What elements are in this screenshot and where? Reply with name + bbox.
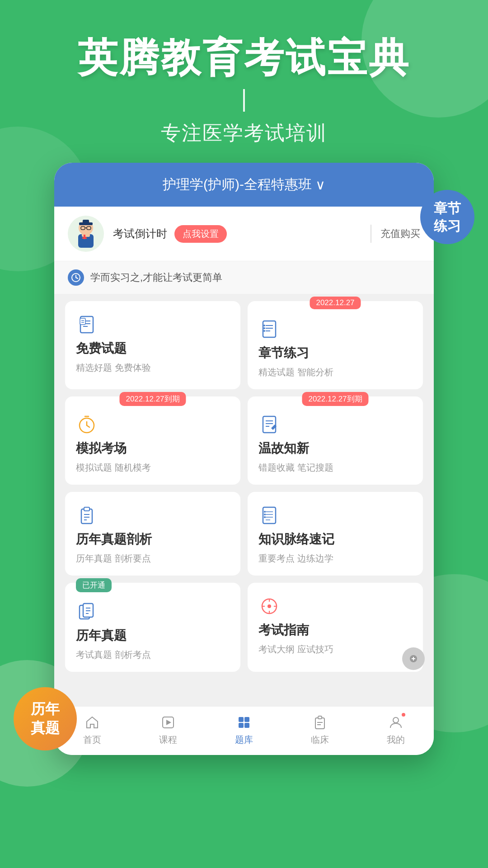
play-icon	[160, 714, 177, 731]
svg-rect-40	[263, 507, 276, 524]
feature-desc-review: 错题收藏 笔记搜题	[258, 462, 412, 474]
recharge-button[interactable]: 充值购买	[380, 227, 420, 241]
svg-rect-20	[263, 321, 276, 337]
countdown-section: 考试倒计时 点我设置	[113, 225, 361, 243]
feature-name-guide: 考试指南	[258, 622, 412, 639]
nav-label-questions: 题库	[235, 734, 253, 746]
nav-item-clinic[interactable]: 临床	[311, 714, 329, 746]
feature-card-true-questions[interactable]: 已开通 历年真题 考试真题 剖析考点	[65, 583, 240, 672]
hero-title: 英腾教育考试宝典	[0, 36, 488, 80]
review-badge: 2022.12.27到期	[302, 392, 368, 406]
svg-point-46	[264, 514, 266, 515]
feature-grid: 免费试题 精选好题 免费体验 2022.12.27	[54, 294, 434, 679]
feature-name-chapter: 章节练习	[258, 344, 412, 362]
avatar-image	[68, 216, 104, 252]
home-icon	[84, 714, 101, 731]
svg-point-45	[264, 511, 266, 513]
svg-rect-68	[315, 718, 324, 729]
list-icon	[258, 318, 280, 340]
nav-label-course: 课程	[159, 734, 177, 746]
hero-section: 英腾教育考试宝典 专注医学考试培训	[0, 0, 488, 146]
file-icon	[76, 601, 98, 623]
device-mockup: 护理学(护师)-全程特惠班 ∨	[54, 163, 434, 755]
svg-rect-66	[239, 723, 244, 728]
svg-point-54	[267, 604, 271, 608]
nav-item-home[interactable]: 首页	[83, 714, 101, 746]
feature-desc-free: 精选好题 免费体验	[76, 362, 230, 374]
nav-label-home: 首页	[83, 734, 101, 746]
nav-label-clinic: 临床	[311, 734, 329, 746]
clock-icon	[68, 269, 84, 286]
nav-item-questions[interactable]: 题库	[235, 714, 253, 746]
compass-icon	[258, 595, 280, 617]
feature-card-past-analysis[interactable]: 历年真题剖析 历年真题 剖析要点	[65, 492, 240, 576]
svg-rect-65	[244, 717, 249, 722]
grid-icon	[235, 714, 253, 731]
feature-name-free: 免费试题	[76, 340, 230, 357]
svg-rect-17	[80, 318, 85, 325]
svg-marker-63	[166, 720, 171, 725]
course-selector-label: 护理学(护师)-全程特惠班	[163, 175, 312, 194]
floating-badge-chapter: 章节练习	[420, 190, 474, 244]
nav-label-mine: 我的	[387, 734, 405, 746]
countdown-label: 考试倒计时	[113, 226, 167, 241]
svg-point-72	[393, 717, 399, 723]
feature-name-true-questions: 历年真题	[76, 627, 230, 644]
feature-desc-chapter: 精选试题 智能分析	[258, 366, 412, 378]
svg-rect-67	[244, 723, 249, 728]
svg-point-26	[263, 330, 265, 332]
true-questions-badge: 已开通	[76, 578, 112, 592]
svg-rect-69	[318, 716, 322, 719]
feature-card-review[interactable]: 2022.12.27到期 温故知新 错题收藏 笔记搜题	[248, 396, 423, 485]
svg-rect-31	[263, 416, 276, 433]
note-icon	[258, 414, 280, 435]
feature-card-mock[interactable]: 2022.12.27到期 模拟考场 模拟试题 随机模考	[65, 396, 240, 485]
clipboard-icon	[76, 505, 98, 526]
user-bar: 考试倒计时 点我设置 充值购买	[54, 207, 434, 261]
mock-clock-icon	[76, 414, 98, 435]
nav-item-mine[interactable]: 我的	[387, 714, 405, 746]
feature-card-knowledge[interactable]: 知识脉络速记 重要考点 边练边学	[248, 492, 423, 576]
svg-line-12	[76, 278, 78, 278]
chapter-badge: 2022.12.27	[310, 297, 361, 309]
user-icon	[387, 714, 404, 731]
motto-bar: 学而实习之,才能让考试更简单	[54, 261, 434, 294]
motto-text: 学而实习之,才能让考试更简单	[90, 271, 222, 284]
floating-badge-history: 历年真题	[14, 687, 77, 750]
hero-divider	[243, 89, 245, 112]
scroll-button[interactable]	[402, 647, 425, 670]
avatar	[68, 216, 104, 252]
hero-subtitle: 专注医学考试培训	[0, 120, 488, 146]
vertical-divider	[371, 225, 371, 243]
feature-card-guide[interactable]: 考试指南 考试大纲 应试技巧	[248, 583, 423, 672]
knowledge-icon	[258, 505, 280, 526]
svg-point-24	[263, 325, 265, 326]
feature-desc-mock: 模拟试题 随机模考	[76, 462, 230, 474]
feature-desc-guide: 考试大纲 应试技巧	[258, 643, 412, 656]
feature-card-free-questions[interactable]: 免费试题 精选好题 免费体验	[65, 301, 240, 389]
bottom-navigation: 首页 课程	[54, 706, 434, 755]
feature-desc-true-questions: 考试真题 剖析考点	[76, 649, 230, 661]
countdown-set-button[interactable]: 点我设置	[174, 225, 227, 243]
feature-card-chapter[interactable]: 2022.12.27 章节练习 精选	[248, 301, 423, 389]
document-icon	[76, 314, 98, 335]
svg-rect-2	[82, 231, 90, 237]
feature-name-review: 温故知新	[258, 440, 412, 457]
feature-name-past-analysis: 历年真题剖析	[76, 531, 230, 548]
svg-point-25	[263, 327, 265, 329]
svg-line-29	[87, 425, 89, 427]
app-header[interactable]: 护理学(护师)-全程特惠班 ∨	[54, 163, 434, 207]
feature-desc-past-analysis: 历年真题 剖析要点	[76, 552, 230, 565]
feature-desc-knowledge: 重要考点 边练边学	[258, 552, 412, 565]
feature-name-knowledge: 知识脉络速记	[258, 531, 412, 548]
svg-point-47	[264, 516, 266, 518]
feature-name-mock: 模拟考场	[76, 440, 230, 457]
svg-rect-64	[239, 717, 244, 722]
clipboard-nav-icon	[311, 714, 328, 731]
svg-rect-7	[83, 220, 89, 223]
mock-badge: 2022.12.27到期	[119, 392, 186, 406]
svg-rect-36	[84, 507, 89, 511]
nav-item-course[interactable]: 课程	[159, 714, 177, 746]
app-screen: 护理学(护师)-全程特惠班 ∨	[54, 163, 434, 755]
svg-rect-9	[82, 237, 87, 239]
